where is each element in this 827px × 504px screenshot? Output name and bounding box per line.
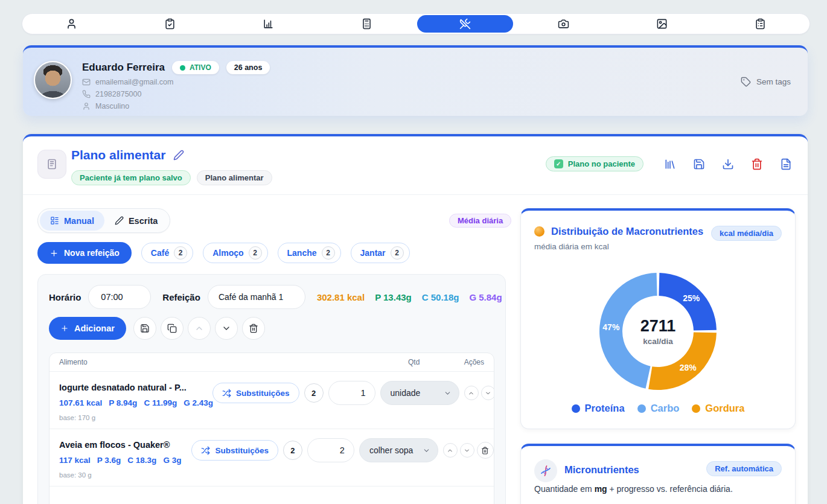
- meal-name-input[interactable]: [208, 285, 305, 309]
- macro-legend: ProteínaCarboGordura: [521, 403, 795, 414]
- meal-editor-panel: Horário Refeição 302.81 kcal P 13.43g C …: [37, 274, 506, 504]
- food-table: Alimento Qtd Ações Iogurte desnatado nat…: [49, 352, 494, 504]
- move-food-down-button[interactable]: [460, 443, 474, 458]
- legend-label: Carbo: [651, 403, 680, 414]
- tab-meal-plan[interactable]: [417, 15, 513, 33]
- trash-icon: [481, 447, 489, 455]
- legend-item-gordura: Gordura: [692, 403, 744, 414]
- delete-meal-button[interactable]: [242, 317, 265, 340]
- food-base: base: 30 g: [59, 471, 188, 479]
- move-meal-up-button[interactable]: [188, 317, 211, 340]
- auto-reference-badge: Ref. automática: [706, 461, 782, 476]
- plan-title: Plano alimentar: [71, 148, 165, 162]
- tab-calculator[interactable]: [319, 15, 415, 33]
- download-icon[interactable]: [722, 158, 734, 170]
- chevron-up-icon: [468, 390, 474, 397]
- plus-icon: [49, 249, 59, 258]
- legend-item-carbo: Carbo: [637, 403, 680, 414]
- move-meal-down-button[interactable]: [215, 317, 238, 340]
- add-food-button[interactable]: Adicionar: [49, 317, 126, 340]
- substitution-count-badge: 2: [283, 441, 302, 460]
- unit-select[interactable]: unidade: [380, 381, 459, 405]
- food-macros: 117 kcalP 3.6gC 18.3gG 3g: [59, 453, 188, 467]
- patient-tags[interactable]: Sem tags: [741, 77, 791, 87]
- save-meal-button[interactable]: [133, 317, 156, 340]
- layout-list-icon: [50, 216, 59, 225]
- library-icon[interactable]: [664, 158, 676, 170]
- copy-icon: [167, 324, 177, 333]
- file-text-icon[interactable]: [780, 158, 792, 170]
- food-name: Aveia em flocos - Quaker®: [59, 440, 188, 450]
- substitutions-button[interactable]: Substituições: [191, 440, 278, 461]
- pencil-icon: [115, 216, 124, 225]
- chevron-up-icon: [447, 447, 453, 454]
- chevron-down-icon: [464, 447, 470, 454]
- legend-label: Proteína: [585, 403, 625, 414]
- meal-filter-cafe[interactable]: Café2: [141, 243, 193, 263]
- move-food-down-button[interactable]: [481, 386, 494, 400]
- macro-donut-chart: 25%28%47%: [592, 265, 724, 398]
- trash-icon[interactable]: [751, 158, 763, 170]
- tag-icon: [741, 77, 751, 87]
- new-meal-button[interactable]: Nova refeição: [37, 242, 132, 264]
- food-row: Aveia em flocos - Quaker® 117 kcalP 3.6g…: [49, 429, 494, 486]
- food-row: Iogurte desnatado natural - P... 107.61 …: [49, 372, 494, 429]
- plan-type-badge: Plano alimentar: [197, 170, 272, 185]
- food-name: Iogurte desnatado natural - P...: [59, 383, 209, 392]
- tab-escrita[interactable]: Escrita: [104, 211, 168, 231]
- food-macros: 107.61 kcalP 8.94gC 11.99gG 2.43g: [59, 396, 209, 410]
- clipboard-check-icon: [164, 18, 176, 30]
- save-icon: [140, 324, 150, 333]
- meal-fat: G 5.84g: [469, 292, 502, 302]
- patient-age-badge: 26 anos: [226, 61, 270, 74]
- check-icon: ✓: [554, 159, 563, 168]
- tab-manual[interactable]: Manual: [40, 211, 104, 231]
- macros-title: Distribuição de Macronutrientes: [551, 226, 703, 237]
- meal-name-label: Refeição: [162, 292, 200, 302]
- patient-avatar[interactable]: [34, 61, 72, 99]
- document-icon: [46, 158, 58, 170]
- unit-select[interactable]: colher sopa: [359, 438, 438, 462]
- meal-kcal: 302.81 kcal: [317, 292, 365, 302]
- plus-icon: [60, 324, 69, 333]
- tab-anamnesis[interactable]: [122, 15, 218, 33]
- quantity-input[interactable]: [328, 381, 375, 405]
- meal-filter-jantar[interactable]: Jantar2: [351, 243, 410, 263]
- macros-subtitle: média diária em kcal: [534, 242, 609, 251]
- move-food-up-button[interactable]: [464, 386, 479, 400]
- mail-icon: [82, 78, 91, 86]
- meal-protein: P 13.43g: [375, 292, 412, 302]
- meal-carb: C 50.18g: [422, 292, 459, 302]
- utensils-crossed-icon: [459, 18, 471, 30]
- substitutions-button[interactable]: Substituições: [212, 383, 299, 403]
- save-icon[interactable]: [693, 158, 705, 170]
- tab-gallery[interactable]: [614, 15, 710, 33]
- meal-filter-lanche[interactable]: Lanche2: [278, 243, 341, 263]
- patient-status-badge: ATIVO: [172, 61, 219, 74]
- duplicate-meal-button[interactable]: [161, 317, 184, 340]
- meal-time-input[interactable]: [88, 285, 151, 309]
- legend-dot: [692, 404, 700, 413]
- daily-average-badge: Média diária: [449, 214, 511, 228]
- chevron-up-icon: [194, 324, 204, 333]
- tab-charts[interactable]: [220, 15, 316, 33]
- macro-donut-wrap: 25%28%47% 2711 kcal/dia: [592, 265, 724, 398]
- tab-patient[interactable]: [24, 15, 120, 33]
- mode-tab-group: Manual Escrita: [37, 208, 170, 233]
- delete-food-button[interactable]: [477, 442, 494, 459]
- legend-dot: [637, 404, 646, 413]
- substitution-count-badge: 2: [304, 383, 324, 403]
- meal-filter-almoco[interactable]: Almoço2: [203, 243, 267, 263]
- micros-card: Micronutrientes Ref. automática Quantida…: [520, 444, 796, 504]
- quantity-input[interactable]: [307, 438, 354, 462]
- clipboard-list-icon: [755, 18, 766, 30]
- edit-pencil-icon[interactable]: [173, 150, 184, 161]
- micros-title: Micronutrientes: [564, 464, 639, 476]
- move-food-up-button[interactable]: [443, 443, 458, 458]
- col-food: Alimento: [59, 358, 408, 366]
- food-table-header: Alimento Qtd Ações: [49, 353, 494, 372]
- col-qty: Qtd: [408, 358, 455, 366]
- tab-photos[interactable]: [516, 15, 611, 33]
- meal-plan-card: Plano alimentar Paciente já tem plano sa…: [23, 134, 808, 504]
- tab-notes[interactable]: [712, 15, 808, 33]
